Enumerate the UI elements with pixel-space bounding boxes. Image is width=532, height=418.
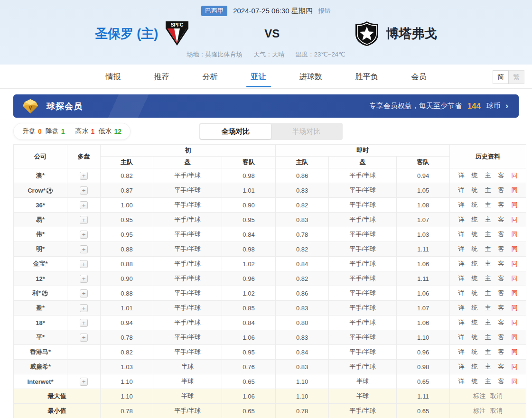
company-cell[interactable]: 36* [14, 198, 67, 213]
history-link-统[interactable]: 统 [472, 274, 478, 283]
history-link-详[interactable]: 详 [458, 245, 465, 253]
history-link-统[interactable]: 统 [472, 186, 478, 195]
history-link-主[interactable]: 主 [485, 215, 491, 224]
company-cell[interactable]: 金宝* [14, 257, 67, 271]
company-cell[interactable]: 18* [14, 316, 67, 330]
history-link-同[interactable]: 同 [512, 201, 518, 209]
history-link-详[interactable]: 详 [458, 215, 465, 224]
history-link-主[interactable]: 主 [485, 186, 491, 195]
company-cell[interactable]: Crow*⚽ [14, 183, 67, 198]
lang-traditional-button[interactable]: 繁 [508, 70, 524, 84]
company-cell[interactable]: 易* [14, 213, 67, 227]
summary-link-标注[interactable]: 标注 [473, 407, 485, 415]
history-link-详[interactable]: 详 [458, 201, 465, 209]
nav-tab-情报[interactable]: 情报 [105, 66, 122, 87]
history-link-客[interactable]: 客 [498, 245, 504, 253]
company-cell[interactable]: 澳* [14, 168, 67, 183]
company-cell[interactable]: 盈* [14, 301, 67, 316]
history-link-详[interactable]: 详 [458, 230, 465, 239]
company-cell[interactable]: Interwet* [14, 374, 67, 389]
home-team-name[interactable]: 圣保罗 (主) [95, 25, 158, 42]
history-link-客[interactable]: 客 [498, 304, 504, 312]
expand-multi-button[interactable]: + [80, 201, 88, 209]
history-link-主[interactable]: 主 [485, 289, 491, 297]
history-link-客[interactable]: 客 [498, 362, 504, 371]
expand-multi-button[interactable]: + [80, 319, 88, 327]
history-link-统[interactable]: 统 [472, 377, 478, 386]
expand-multi-button[interactable]: + [80, 304, 88, 312]
history-link-详[interactable]: 详 [458, 377, 465, 386]
history-link-统[interactable]: 统 [472, 171, 478, 180]
history-link-主[interactable]: 主 [485, 377, 491, 386]
history-link-客[interactable]: 客 [498, 230, 504, 239]
history-link-主[interactable]: 主 [485, 333, 491, 342]
history-link-主[interactable]: 主 [485, 260, 491, 268]
away-team-name[interactable]: 博塔弗戈 [386, 25, 437, 42]
nav-tab-进球数[interactable]: 进球数 [299, 66, 323, 87]
history-link-详[interactable]: 详 [458, 289, 465, 297]
history-link-详[interactable]: 详 [458, 260, 465, 268]
expand-multi-button[interactable]: + [80, 231, 88, 239]
history-link-同[interactable]: 同 [512, 304, 518, 312]
company-cell[interactable]: 香港马* [14, 345, 67, 360]
history-link-详[interactable]: 详 [458, 362, 465, 371]
history-link-统[interactable]: 统 [472, 260, 478, 268]
history-link-统[interactable]: 统 [472, 333, 478, 342]
history-link-统[interactable]: 统 [472, 362, 478, 371]
expand-multi-button[interactable]: + [80, 275, 88, 283]
company-cell[interactable]: 明* [14, 242, 67, 257]
expand-multi-button[interactable]: + [80, 172, 88, 180]
history-link-统[interactable]: 统 [472, 318, 478, 327]
history-link-同[interactable]: 同 [512, 245, 518, 253]
company-cell[interactable]: 伟* [14, 227, 67, 242]
company-cell[interactable]: 威廉希* [14, 360, 67, 374]
lang-simplified-button[interactable]: 简 [493, 70, 509, 84]
history-link-客[interactable]: 客 [498, 348, 504, 356]
history-link-主[interactable]: 主 [485, 171, 491, 180]
expand-multi-button[interactable]: + [80, 216, 88, 224]
history-link-同[interactable]: 同 [512, 362, 518, 371]
history-link-统[interactable]: 统 [472, 215, 478, 224]
history-link-详[interactable]: 详 [458, 274, 465, 283]
history-link-客[interactable]: 客 [498, 318, 504, 327]
history-link-主[interactable]: 主 [485, 230, 491, 239]
history-link-详[interactable]: 详 [458, 348, 465, 356]
history-link-主[interactable]: 主 [485, 274, 491, 283]
history-link-同[interactable]: 同 [512, 348, 518, 356]
vip-banner[interactable]: V 球探会员 专享会员权益，每天至少节省144球币 › [13, 94, 519, 118]
history-link-客[interactable]: 客 [498, 201, 504, 209]
history-link-客[interactable]: 客 [498, 377, 504, 386]
history-link-同[interactable]: 同 [512, 260, 518, 268]
history-link-详[interactable]: 详 [458, 186, 465, 195]
expand-multi-button[interactable]: + [80, 186, 88, 195]
nav-tab-分析[interactable]: 分析 [202, 66, 219, 87]
history-link-客[interactable]: 客 [498, 171, 504, 180]
history-link-同[interactable]: 同 [512, 333, 518, 342]
company-cell[interactable]: 平* [14, 330, 67, 345]
history-link-同[interactable]: 同 [512, 274, 518, 283]
history-link-主[interactable]: 主 [485, 362, 491, 371]
half-match-toggle[interactable]: 半场对比 [271, 124, 342, 139]
history-link-同[interactable]: 同 [512, 377, 518, 386]
history-link-详[interactable]: 详 [458, 333, 465, 342]
history-link-统[interactable]: 统 [472, 348, 478, 356]
nav-tab-亚让[interactable]: 亚让 [250, 66, 267, 87]
league-badge[interactable]: 巴西甲 [201, 6, 227, 16]
summary-link-标注[interactable]: 标注 [473, 392, 485, 400]
report-error-link[interactable]: 报错 [318, 7, 331, 15]
history-link-同[interactable]: 同 [512, 318, 518, 327]
history-link-主[interactable]: 主 [485, 245, 491, 253]
history-link-详[interactable]: 详 [458, 318, 465, 327]
expand-multi-button[interactable]: + [80, 334, 88, 342]
expand-multi-button[interactable]: + [80, 245, 88, 253]
history-link-详[interactable]: 详 [458, 304, 465, 312]
summary-link-取消[interactable]: 取消 [490, 407, 503, 415]
history-link-主[interactable]: 主 [485, 304, 491, 312]
history-link-客[interactable]: 客 [498, 274, 504, 283]
summary-link-取消[interactable]: 取消 [490, 392, 503, 400]
expand-multi-button[interactable]: + [80, 378, 88, 386]
nav-tab-推荐[interactable]: 推荐 [153, 66, 170, 87]
history-link-主[interactable]: 主 [485, 318, 491, 327]
history-link-详[interactable]: 详 [458, 171, 465, 180]
company-cell[interactable]: 12* [14, 271, 67, 286]
